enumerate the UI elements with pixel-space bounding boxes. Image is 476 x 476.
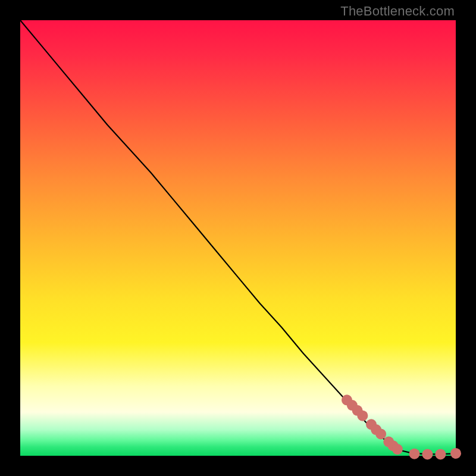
marker-dot (450, 448, 461, 459)
curve-line (20, 20, 456, 454)
marker-dot (422, 449, 433, 459)
marker-dot (409, 449, 419, 459)
attribution-label: TheBottleneck.com (340, 4, 455, 19)
marker-dot (375, 428, 386, 439)
chart-overlay (20, 20, 456, 456)
chart-frame: TheBottleneck.com (0, 0, 476, 476)
marker-dot (357, 411, 368, 421)
marker-dot (435, 449, 446, 459)
highlight-markers (342, 394, 461, 459)
marker-dot (392, 444, 403, 455)
